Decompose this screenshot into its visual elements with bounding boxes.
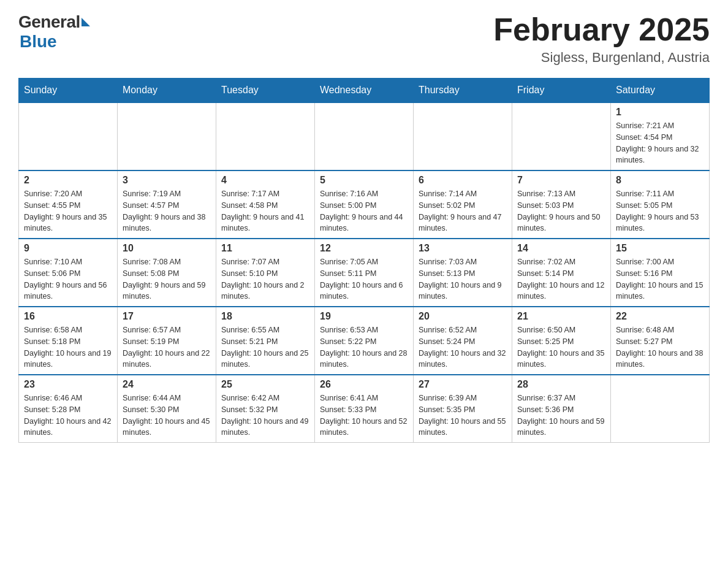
calendar-cell: 3Sunrise: 7:19 AMSunset: 4:57 PMDaylight… bbox=[118, 170, 216, 239]
day-number: 22 bbox=[616, 311, 704, 322]
calendar-cell: 22Sunrise: 6:48 AMSunset: 5:27 PMDayligh… bbox=[611, 307, 710, 375]
calendar-cell: 28Sunrise: 6:37 AMSunset: 5:36 PMDayligh… bbox=[512, 375, 611, 443]
day-sun-info: Sunrise: 7:20 AMSunset: 4:55 PMDaylight:… bbox=[24, 188, 112, 234]
calendar-cell: 10Sunrise: 7:08 AMSunset: 5:08 PMDayligh… bbox=[118, 239, 216, 307]
day-sun-info: Sunrise: 6:48 AMSunset: 5:27 PMDaylight:… bbox=[616, 324, 704, 370]
day-number: 28 bbox=[517, 379, 605, 390]
weekday-header-row: SundayMondayTuesdayWednesdayThursdayFrid… bbox=[19, 79, 710, 103]
day-sun-info: Sunrise: 7:19 AMSunset: 4:57 PMDaylight:… bbox=[123, 188, 211, 234]
day-number: 5 bbox=[320, 175, 408, 186]
day-number: 15 bbox=[616, 243, 704, 254]
day-number: 6 bbox=[419, 175, 507, 186]
day-sun-info: Sunrise: 6:42 AMSunset: 5:32 PMDaylight:… bbox=[221, 393, 309, 439]
calendar-cell: 2Sunrise: 7:20 AMSunset: 4:55 PMDaylight… bbox=[19, 170, 118, 239]
day-number: 12 bbox=[320, 243, 408, 254]
calendar-cell: 16Sunrise: 6:58 AMSunset: 5:18 PMDayligh… bbox=[19, 307, 118, 375]
month-year-title: February 2025 bbox=[493, 12, 710, 47]
weekday-header-friday: Friday bbox=[512, 79, 611, 103]
calendar-cell: 13Sunrise: 7:03 AMSunset: 5:13 PMDayligh… bbox=[414, 239, 512, 307]
calendar-cell bbox=[512, 102, 611, 170]
title-section: February 2025 Sigless, Burgenland, Austr… bbox=[493, 12, 710, 66]
day-number: 24 bbox=[123, 379, 211, 390]
calendar-cell: 27Sunrise: 6:39 AMSunset: 5:35 PMDayligh… bbox=[414, 375, 512, 443]
calendar-cell: 14Sunrise: 7:02 AMSunset: 5:14 PMDayligh… bbox=[512, 239, 611, 307]
day-sun-info: Sunrise: 7:00 AMSunset: 5:16 PMDaylight:… bbox=[616, 256, 704, 302]
weekday-header-saturday: Saturday bbox=[611, 79, 710, 103]
day-sun-info: Sunrise: 7:17 AMSunset: 4:58 PMDaylight:… bbox=[221, 188, 309, 234]
day-sun-info: Sunrise: 6:52 AMSunset: 5:24 PMDaylight:… bbox=[419, 324, 507, 370]
day-sun-info: Sunrise: 6:53 AMSunset: 5:22 PMDaylight:… bbox=[320, 324, 408, 370]
day-number: 14 bbox=[517, 243, 605, 254]
calendar-cell: 21Sunrise: 6:50 AMSunset: 5:25 PMDayligh… bbox=[512, 307, 611, 375]
day-sun-info: Sunrise: 7:21 AMSunset: 4:54 PMDaylight:… bbox=[616, 120, 704, 166]
day-sun-info: Sunrise: 6:50 AMSunset: 5:25 PMDaylight:… bbox=[517, 324, 605, 370]
calendar-week-row: 9Sunrise: 7:10 AMSunset: 5:06 PMDaylight… bbox=[19, 239, 710, 307]
calendar-table: SundayMondayTuesdayWednesdayThursdayFrid… bbox=[18, 78, 710, 443]
day-number: 10 bbox=[123, 243, 211, 254]
day-number: 13 bbox=[419, 243, 507, 254]
day-sun-info: Sunrise: 6:39 AMSunset: 5:35 PMDaylight:… bbox=[419, 393, 507, 439]
day-number: 3 bbox=[123, 175, 211, 186]
calendar-cell: 24Sunrise: 6:44 AMSunset: 5:30 PMDayligh… bbox=[118, 375, 216, 443]
calendar-cell: 17Sunrise: 6:57 AMSunset: 5:19 PMDayligh… bbox=[118, 307, 216, 375]
day-sun-info: Sunrise: 7:11 AMSunset: 5:05 PMDaylight:… bbox=[616, 188, 704, 234]
day-sun-info: Sunrise: 6:37 AMSunset: 5:36 PMDaylight:… bbox=[517, 393, 605, 439]
location-subtitle: Sigless, Burgenland, Austria bbox=[493, 50, 710, 66]
day-number: 16 bbox=[24, 311, 112, 322]
calendar-cell: 19Sunrise: 6:53 AMSunset: 5:22 PMDayligh… bbox=[315, 307, 414, 375]
day-number: 9 bbox=[24, 243, 112, 254]
day-sun-info: Sunrise: 6:57 AMSunset: 5:19 PMDaylight:… bbox=[123, 324, 211, 370]
day-sun-info: Sunrise: 7:08 AMSunset: 5:08 PMDaylight:… bbox=[123, 256, 211, 302]
calendar-cell: 26Sunrise: 6:41 AMSunset: 5:33 PMDayligh… bbox=[315, 375, 414, 443]
day-sun-info: Sunrise: 6:55 AMSunset: 5:21 PMDaylight:… bbox=[221, 324, 309, 370]
day-number: 19 bbox=[320, 311, 408, 322]
calendar-cell: 5Sunrise: 7:16 AMSunset: 5:00 PMDaylight… bbox=[315, 170, 414, 239]
calendar-cell bbox=[315, 102, 414, 170]
day-number: 27 bbox=[419, 379, 507, 390]
calendar-cell bbox=[216, 102, 315, 170]
calendar-cell: 9Sunrise: 7:10 AMSunset: 5:06 PMDaylight… bbox=[19, 239, 118, 307]
calendar-cell: 11Sunrise: 7:07 AMSunset: 5:10 PMDayligh… bbox=[216, 239, 315, 307]
day-number: 7 bbox=[517, 175, 605, 186]
day-number: 11 bbox=[221, 243, 309, 254]
weekday-header-tuesday: Tuesday bbox=[216, 79, 315, 103]
day-sun-info: Sunrise: 6:58 AMSunset: 5:18 PMDaylight:… bbox=[24, 324, 112, 370]
day-sun-info: Sunrise: 7:10 AMSunset: 5:06 PMDaylight:… bbox=[24, 256, 112, 302]
calendar-cell: 20Sunrise: 6:52 AMSunset: 5:24 PMDayligh… bbox=[414, 307, 512, 375]
day-sun-info: Sunrise: 7:02 AMSunset: 5:14 PMDaylight:… bbox=[517, 256, 605, 302]
weekday-header-wednesday: Wednesday bbox=[315, 79, 414, 103]
calendar-cell: 23Sunrise: 6:46 AMSunset: 5:28 PMDayligh… bbox=[19, 375, 118, 443]
logo-general-text: General bbox=[18, 12, 80, 32]
calendar-cell: 7Sunrise: 7:13 AMSunset: 5:03 PMDaylight… bbox=[512, 170, 611, 239]
calendar-week-row: 23Sunrise: 6:46 AMSunset: 5:28 PMDayligh… bbox=[19, 375, 710, 443]
day-number: 26 bbox=[320, 379, 408, 390]
day-sun-info: Sunrise: 7:16 AMSunset: 5:00 PMDaylight:… bbox=[320, 188, 408, 234]
calendar-week-row: 2Sunrise: 7:20 AMSunset: 4:55 PMDaylight… bbox=[19, 170, 710, 239]
day-number: 21 bbox=[517, 311, 605, 322]
calendar-cell: 4Sunrise: 7:17 AMSunset: 4:58 PMDaylight… bbox=[216, 170, 315, 239]
day-number: 23 bbox=[24, 379, 112, 390]
day-number: 8 bbox=[616, 175, 704, 186]
calendar-cell bbox=[414, 102, 512, 170]
weekday-header-monday: Monday bbox=[118, 79, 216, 103]
calendar-cell: 1Sunrise: 7:21 AMSunset: 4:54 PMDaylight… bbox=[611, 102, 710, 170]
day-number: 1 bbox=[616, 107, 704, 118]
calendar-week-row: 16Sunrise: 6:58 AMSunset: 5:18 PMDayligh… bbox=[19, 307, 710, 375]
day-number: 17 bbox=[123, 311, 211, 322]
calendar-week-row: 1Sunrise: 7:21 AMSunset: 4:54 PMDaylight… bbox=[19, 102, 710, 170]
day-sun-info: Sunrise: 7:07 AMSunset: 5:10 PMDaylight:… bbox=[221, 256, 309, 302]
calendar-cell: 12Sunrise: 7:05 AMSunset: 5:11 PMDayligh… bbox=[315, 239, 414, 307]
calendar-cell: 25Sunrise: 6:42 AMSunset: 5:32 PMDayligh… bbox=[216, 375, 315, 443]
weekday-header-sunday: Sunday bbox=[19, 79, 118, 103]
logo: General Blue bbox=[18, 12, 90, 52]
calendar-cell: 15Sunrise: 7:00 AMSunset: 5:16 PMDayligh… bbox=[611, 239, 710, 307]
calendar-cell bbox=[611, 375, 710, 443]
calendar-cell: 18Sunrise: 6:55 AMSunset: 5:21 PMDayligh… bbox=[216, 307, 315, 375]
calendar-cell bbox=[118, 102, 216, 170]
logo-blue-text: Blue bbox=[20, 32, 57, 52]
day-sun-info: Sunrise: 6:44 AMSunset: 5:30 PMDaylight:… bbox=[123, 393, 211, 439]
weekday-header-thursday: Thursday bbox=[414, 79, 512, 103]
day-sun-info: Sunrise: 7:03 AMSunset: 5:13 PMDaylight:… bbox=[419, 256, 507, 302]
day-sun-info: Sunrise: 7:13 AMSunset: 5:03 PMDaylight:… bbox=[517, 188, 605, 234]
calendar-cell: 8Sunrise: 7:11 AMSunset: 5:05 PMDaylight… bbox=[611, 170, 710, 239]
